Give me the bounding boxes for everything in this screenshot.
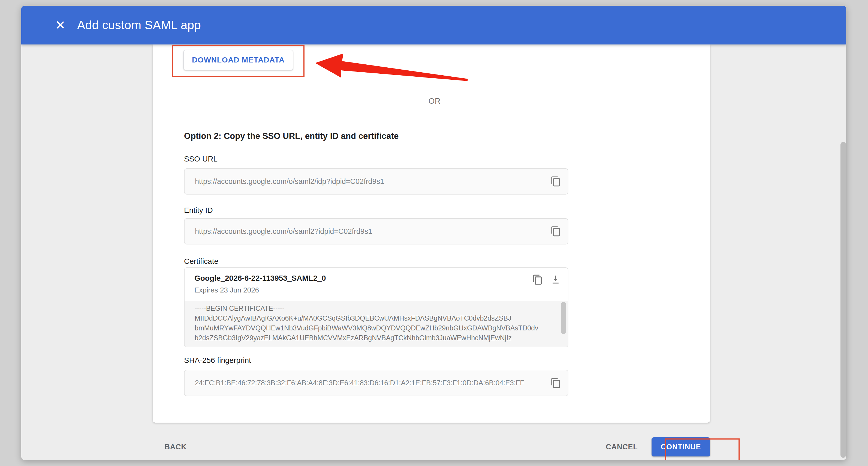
certificate-expiry: Expires 23 Jun 2026 — [194, 286, 259, 294]
option2-heading: Option 2: Copy the SSO URL, entity ID an… — [184, 131, 399, 141]
download-icon[interactable] — [549, 273, 562, 286]
certificate-label: Certificate — [184, 257, 218, 266]
entity-id-value: https://accounts.google.com/o/saml2?idpi… — [185, 227, 568, 236]
entity-id-label: Entity ID — [184, 206, 213, 215]
screen: ✕ Add custom SAML app DOWNLOAD METADATA … — [0, 0, 868, 466]
entity-id-field: https://accounts.google.com/o/saml2?idpi… — [184, 218, 568, 244]
or-divider: OR — [184, 97, 685, 105]
close-icon[interactable]: ✕ — [51, 6, 69, 45]
sha256-fingerprint-field: 24:FC:B1:BE:46:72:78:3B:32:F6:AB:A4:8F:3… — [184, 370, 568, 396]
dialog-title: Add custom SAML app — [77, 6, 201, 45]
copy-icon[interactable] — [550, 175, 562, 187]
cancel-button[interactable]: CANCEL — [600, 437, 644, 457]
copy-icon[interactable] — [550, 225, 562, 237]
dialog-header: ✕ Add custom SAML app — [21, 6, 846, 45]
certificate-name: Google_2026-6-22-113953_SAML2_0 — [194, 274, 326, 283]
certificate-scrollbar[interactable] — [561, 302, 566, 334]
sso-url-field: https://accounts.google.com/o/saml2/idp?… — [184, 168, 568, 195]
or-label: OR — [422, 96, 448, 106]
continue-button[interactable]: CONTINUE — [652, 437, 710, 457]
certificate-line: -----BEGIN CERTIFICATE----- — [195, 303, 552, 313]
sha256-fingerprint-label: SHA-256 fingerprint — [184, 356, 251, 365]
certificate-header: Google_2026-6-22-113953_SAML2_0 Expires … — [185, 268, 568, 301]
certificate-line: bmMuMRYwFAYDVQQHEw1Nb3VudGFpbiBWaWV3MQ8w… — [195, 323, 552, 333]
copy-icon[interactable] — [531, 273, 544, 286]
sso-url-value: https://accounts.google.com/o/saml2/idp?… — [185, 177, 568, 186]
copy-icon[interactable] — [550, 377, 562, 389]
download-metadata-button[interactable]: DOWNLOAD METADATA — [183, 50, 293, 70]
certificate-line: b2dsZSBGb3IgV29yazELMAkGA1UEBhMCVVMxEzAR… — [195, 333, 552, 343]
sso-url-label: SSO URL — [184, 155, 218, 164]
divider-line-right — [447, 101, 685, 101]
certificate-body: -----BEGIN CERTIFICATE----- MIIDdDCCAlyg… — [185, 301, 568, 347]
sha256-fingerprint-value: 24:FC:B1:BE:46:72:78:3B:32:F6:AB:A4:8F:3… — [185, 379, 568, 387]
certificate-card: Google_2026-6-22-113953_SAML2_0 Expires … — [184, 267, 568, 347]
divider-line-left — [184, 101, 422, 101]
add-custom-saml-app-dialog: ✕ Add custom SAML app DOWNLOAD METADATA … — [21, 6, 846, 460]
content-card: DOWNLOAD METADATA OR Option 2: Copy the … — [153, 45, 710, 423]
dialog-scrollbar[interactable] — [840, 142, 846, 458]
certificate-line: MIIDdDCCAlygAwIBAgIGAXo6K+u/MA0GCSqGSIb3… — [195, 313, 552, 323]
back-button[interactable]: BACK — [155, 437, 196, 457]
